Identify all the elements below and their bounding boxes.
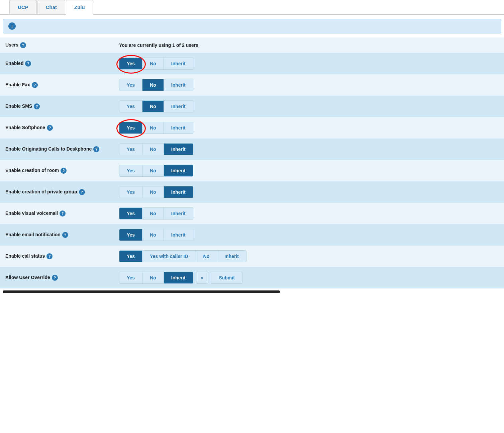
field-label-enable_sms: Enable SMS xyxy=(5,103,32,109)
btn-enable_visual_voicemail-inherit[interactable]: Inherit xyxy=(164,208,193,219)
value-enable_sms: YesNoInherit xyxy=(114,96,504,117)
field-label-enabled: Enabled xyxy=(5,61,23,66)
field-label-users: Users xyxy=(5,42,18,48)
btn-enabled-no[interactable]: No xyxy=(142,58,164,69)
field-label-enable_fax: Enable Fax xyxy=(5,82,30,87)
label-enable_originating: Enable Originating Calls to Deskphone? xyxy=(0,139,114,160)
btn-enable_sms-no[interactable]: No xyxy=(142,101,164,112)
table-row: Enable email notification?YesNoInherit xyxy=(0,224,504,246)
back-button[interactable] xyxy=(3,6,9,14)
btn-enable_private_group-yes[interactable]: Yes xyxy=(119,186,142,198)
tab-ucp[interactable]: UCP xyxy=(9,0,37,14)
btn-enable_visual_voicemail-no[interactable]: No xyxy=(142,208,164,219)
table-row: Enable visual voicemail?YesNoInherit xyxy=(0,203,504,224)
value-enabled: YesNoInherit xyxy=(114,53,504,74)
help-icon-allow_user_override[interactable]: ? xyxy=(52,275,58,281)
table-row: Allow User Override?YesNoInherit»Submit xyxy=(0,267,504,288)
btn-enable_visual_voicemail-yes[interactable]: Yes xyxy=(119,208,142,219)
help-icon-enable_sms[interactable]: ? xyxy=(34,103,40,109)
btn-group-enable_call_status: YesYes with caller IDNoInherit xyxy=(119,250,246,262)
field-label-enable_call_status: Enable call status xyxy=(5,253,45,259)
value-users: You are currently using 1 of 2 users. xyxy=(114,37,504,53)
submit-button[interactable]: Submit xyxy=(211,272,242,284)
value-enable_email_notification: YesNoInherit xyxy=(114,224,504,246)
btn-enable_room-no[interactable]: No xyxy=(142,165,164,176)
btn-group-enable_email_notification: YesNoInherit xyxy=(119,229,193,241)
value-allow_user_override: YesNoInherit»Submit xyxy=(114,267,504,288)
btn-enable_fax-no[interactable]: No xyxy=(142,79,164,91)
table-row: Enable call status?YesYes with caller ID… xyxy=(0,246,504,267)
btn-allow_user_override-inherit[interactable]: Inherit xyxy=(164,272,193,283)
btn-enable_originating-yes[interactable]: Yes xyxy=(119,144,142,155)
help-icon-enable_softphone[interactable]: ? xyxy=(47,125,53,131)
tab-chat[interactable]: Chat xyxy=(37,0,65,14)
btn-group-enable_fax: YesNoInherit xyxy=(119,79,193,91)
btn-enable_originating-no[interactable]: No xyxy=(142,144,164,155)
table-row: Enable creation of room?YesNoInherit xyxy=(0,160,504,181)
btn-enable_fax-inherit[interactable]: Inherit xyxy=(164,79,193,91)
btn-enable_private_group-no[interactable]: No xyxy=(142,186,164,198)
help-icon-enable_originating[interactable]: ? xyxy=(93,146,99,152)
btn-enable_call_status-yes[interactable]: Yes xyxy=(119,251,142,262)
btn-enable_room-inherit[interactable]: Inherit xyxy=(164,165,193,176)
btn-enabled-inherit[interactable]: Inherit xyxy=(164,58,193,69)
scroll-indicator xyxy=(3,290,280,293)
label-enable_softphone: Enable Softphone? xyxy=(0,117,114,139)
label-enable_call_status: Enable call status? xyxy=(0,246,114,267)
table-row: Enable SMS?YesNoInherit xyxy=(0,96,504,117)
info-banner: i xyxy=(3,19,501,33)
btn-enable_softphone-yes[interactable]: Yes xyxy=(119,122,142,134)
btn-enable_room-yes[interactable]: Yes xyxy=(119,165,142,176)
field-label-enable_private_group: Enable creation of private group xyxy=(5,189,77,194)
help-icon-users[interactable]: ? xyxy=(20,42,26,48)
btn-group-enable_room: YesNoInherit xyxy=(119,165,193,177)
value-enable_fax: YesNoInherit xyxy=(114,74,504,96)
field-label-enable_originating: Enable Originating Calls to Deskphone xyxy=(5,146,92,152)
info-icon: i xyxy=(8,22,16,30)
field-label-enable_visual_voicemail: Enable visual voicemail xyxy=(5,210,58,216)
field-label-enable_email_notification: Enable email notification xyxy=(5,232,61,237)
field-label-allow_user_override: Allow User Override xyxy=(5,275,50,280)
btn-group-enabled: YesNoInherit xyxy=(119,58,193,70)
btn-enable_email_notification-inherit[interactable]: Inherit xyxy=(164,229,193,241)
btn-enable_call_status-yes-with-caller-id[interactable]: Yes with caller ID xyxy=(142,251,195,262)
table-row: Users?You are currently using 1 of 2 use… xyxy=(0,37,504,53)
help-icon-enable_visual_voicemail[interactable]: ? xyxy=(60,210,66,216)
help-icon-enable_call_status[interactable]: ? xyxy=(46,253,53,259)
value-enable_visual_voicemail: YesNoInherit xyxy=(114,203,504,224)
btn-enable_sms-inherit[interactable]: Inherit xyxy=(164,101,193,112)
btn-enable_fax-yes[interactable]: Yes xyxy=(119,79,142,91)
help-icon-enable_fax[interactable]: ? xyxy=(32,82,38,88)
tab-bar: UCP Chat Zulu xyxy=(0,0,504,15)
btn-enable_call_status-inherit[interactable]: Inherit xyxy=(217,251,246,262)
help-icon-enable_room[interactable]: ? xyxy=(61,168,67,174)
btn-enable_originating-inherit[interactable]: Inherit xyxy=(164,144,193,155)
label-allow_user_override: Allow User Override? xyxy=(0,267,114,288)
btn-group-enable_visual_voicemail: YesNoInherit xyxy=(119,207,193,220)
btn-enabled-yes[interactable]: Yes xyxy=(119,58,142,69)
btn-enable_softphone-no[interactable]: No xyxy=(142,122,164,134)
label-enable_visual_voicemail: Enable visual voicemail? xyxy=(0,203,114,224)
status-text-users: You are currently using 1 of 2 users. xyxy=(119,42,200,48)
table-row: Enable Softphone?YesNoInherit xyxy=(0,117,504,139)
more-button-allow_user_override[interactable]: » xyxy=(196,272,209,284)
btn-allow_user_override-no[interactable]: No xyxy=(142,272,164,283)
btn-group-enable_sms: YesNoInherit xyxy=(119,100,193,112)
label-enable_sms: Enable SMS? xyxy=(0,96,114,117)
btn-enable_softphone-inherit[interactable]: Inherit xyxy=(164,122,193,134)
btn-enable_email_notification-no[interactable]: No xyxy=(142,229,164,241)
tab-zulu[interactable]: Zulu xyxy=(66,0,93,15)
help-icon-enabled[interactable]: ? xyxy=(25,61,31,67)
btn-enable_sms-yes[interactable]: Yes xyxy=(119,101,142,112)
value-enable_call_status: YesYes with caller IDNoInherit xyxy=(114,246,504,267)
label-enable_fax: Enable Fax? xyxy=(0,74,114,96)
help-icon-enable_email_notification[interactable]: ? xyxy=(62,232,68,238)
value-enable_originating: YesNoInherit xyxy=(114,139,504,160)
label-enable_room: Enable creation of room? xyxy=(0,160,114,181)
btn-enable_email_notification-yes[interactable]: Yes xyxy=(119,229,142,241)
btn-enable_private_group-inherit[interactable]: Inherit xyxy=(164,186,193,198)
btn-enable_call_status-no[interactable]: No xyxy=(196,251,217,262)
help-icon-enable_private_group[interactable]: ? xyxy=(79,189,85,195)
label-enabled: Enabled? xyxy=(0,53,114,74)
btn-allow_user_override-yes[interactable]: Yes xyxy=(119,272,142,283)
